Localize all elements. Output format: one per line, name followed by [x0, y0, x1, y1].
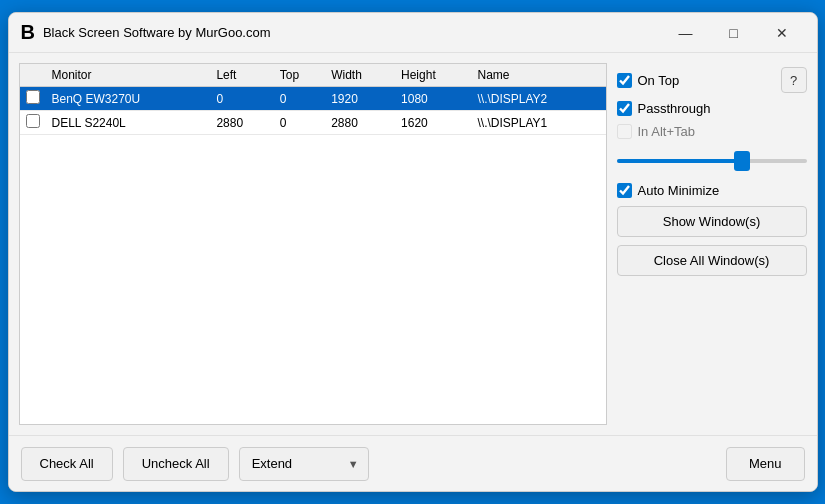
- col-header-monitor: Monitor: [46, 64, 211, 87]
- monitor-table-panel: Monitor Left Top Width Height Name BenQ …: [19, 63, 607, 425]
- slider-container: [617, 147, 807, 175]
- slider-fill: [617, 159, 741, 163]
- slider-track[interactable]: [617, 159, 807, 163]
- cell-width: 2880: [325, 111, 395, 135]
- table-header-row: Monitor Left Top Width Height Name: [20, 64, 606, 87]
- on-top-label: On Top: [638, 73, 680, 88]
- cell-monitor: DELL S2240L: [46, 111, 211, 135]
- on-top-checkbox[interactable]: [617, 73, 632, 88]
- slider-thumb[interactable]: [734, 151, 750, 171]
- uncheck-all-button[interactable]: Uncheck All: [123, 447, 229, 481]
- in-alt-tab-checkbox[interactable]: [617, 124, 632, 139]
- right-panel: On Top ? Passthrough In Alt+Tab: [617, 63, 807, 425]
- cell-height: 1080: [395, 87, 471, 111]
- bottom-bar: Check All Uncheck All ExtendMirrorNone ▼…: [9, 435, 817, 491]
- row-checkbox[interactable]: [26, 90, 40, 104]
- minimize-button[interactable]: —: [663, 17, 709, 49]
- monitor-table: Monitor Left Top Width Height Name BenQ …: [20, 64, 606, 135]
- cell-top: 0: [274, 87, 325, 111]
- title-bar: B Black Screen Software by MurGoo.com — …: [9, 13, 817, 53]
- col-header-height: Height: [395, 64, 471, 87]
- cell-left: 2880: [210, 111, 273, 135]
- menu-button[interactable]: Menu: [726, 447, 805, 481]
- on-top-checkbox-row: On Top: [617, 73, 680, 88]
- in-alt-tab-label: In Alt+Tab: [638, 124, 695, 139]
- close-all-button[interactable]: Close All Window(s): [617, 245, 807, 276]
- auto-minimize-label: Auto Minimize: [638, 183, 720, 198]
- table-body: BenQ EW3270U0019201080\\.\DISPLAY2DELL S…: [20, 87, 606, 135]
- cell-name: \\.\DISPLAY2: [471, 87, 605, 111]
- cell-name: \\.\DISPLAY1: [471, 111, 605, 135]
- extend-dropdown-wrap: ExtendMirrorNone ▼: [239, 447, 369, 481]
- cell-top: 0: [274, 111, 325, 135]
- auto-minimize-row: Auto Minimize: [617, 183, 807, 198]
- table-row[interactable]: DELL S2240L2880028801620\\.\DISPLAY1: [20, 111, 606, 135]
- close-button[interactable]: ✕: [759, 17, 805, 49]
- cell-monitor: BenQ EW3270U: [46, 87, 211, 111]
- check-all-button[interactable]: Check All: [21, 447, 113, 481]
- row-checkbox[interactable]: [26, 114, 40, 128]
- in-alt-tab-row: In Alt+Tab: [617, 124, 807, 139]
- passthrough-label: Passthrough: [638, 101, 711, 116]
- auto-minimize-checkbox[interactable]: [617, 183, 632, 198]
- col-header-name: Name: [471, 64, 605, 87]
- window-controls: — □ ✕: [663, 17, 805, 49]
- app-title: Black Screen Software by MurGoo.com: [43, 25, 663, 40]
- passthrough-row: Passthrough: [617, 101, 807, 116]
- passthrough-checkbox[interactable]: [617, 101, 632, 116]
- table-row[interactable]: BenQ EW3270U0019201080\\.\DISPLAY2: [20, 87, 606, 111]
- col-header-left: Left: [210, 64, 273, 87]
- cell-height: 1620: [395, 111, 471, 135]
- help-button[interactable]: ?: [781, 67, 807, 93]
- main-content: Monitor Left Top Width Height Name BenQ …: [9, 53, 817, 435]
- maximize-button[interactable]: □: [711, 17, 757, 49]
- main-window: B Black Screen Software by MurGoo.com — …: [8, 12, 818, 492]
- extend-dropdown[interactable]: ExtendMirrorNone: [239, 447, 369, 481]
- col-header-top: Top: [274, 64, 325, 87]
- col-header-width: Width: [325, 64, 395, 87]
- app-logo: B: [21, 21, 35, 44]
- cell-left: 0: [210, 87, 273, 111]
- cell-width: 1920: [325, 87, 395, 111]
- show-windows-button[interactable]: Show Window(s): [617, 206, 807, 237]
- on-top-row: On Top ?: [617, 67, 807, 93]
- col-header-checkbox: [20, 64, 46, 87]
